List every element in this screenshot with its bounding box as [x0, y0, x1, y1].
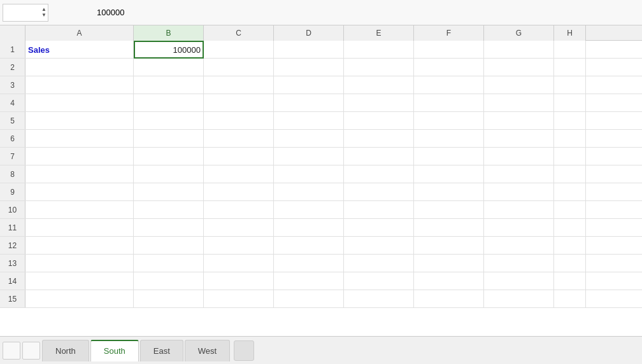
cell-F4[interactable] — [414, 94, 484, 112]
cell-G15[interactable] — [484, 290, 554, 308]
cell-G10[interactable] — [484, 201, 554, 219]
cell-E6[interactable] — [344, 130, 414, 148]
cell-G11[interactable] — [484, 219, 554, 237]
corner-cell[interactable] — [0, 25, 25, 41]
row-header-13[interactable]: 13 — [0, 255, 25, 272]
row-header-7[interactable]: 7 — [0, 148, 25, 165]
cell-H11[interactable] — [554, 219, 586, 237]
cell-E7[interactable] — [344, 148, 414, 165]
cell-D5[interactable] — [274, 112, 344, 130]
cell-C5[interactable] — [204, 112, 274, 130]
cell-D14[interactable] — [274, 272, 344, 290]
tab-nav-prev[interactable] — [3, 342, 20, 360]
row-header-14[interactable]: 14 — [0, 272, 25, 290]
cell-C3[interactable] — [204, 76, 274, 94]
cell-H14[interactable] — [554, 272, 586, 290]
cell-B15[interactable] — [134, 290, 204, 308]
add-sheet-button[interactable] — [234, 340, 254, 361]
cell-F6[interactable] — [414, 130, 484, 148]
formula-dropdown-button[interactable] — [624, 4, 639, 22]
cell-C8[interactable] — [204, 165, 274, 183]
cell-C9[interactable] — [204, 183, 274, 201]
cell-F5[interactable] — [414, 112, 484, 130]
cell-E2[interactable] — [344, 59, 414, 76]
cell-F2[interactable] — [414, 59, 484, 76]
cell-F3[interactable] — [414, 76, 484, 94]
cell-B4[interactable] — [134, 94, 204, 112]
cell-D8[interactable] — [274, 165, 344, 183]
sheet-tab-east[interactable]: East — [140, 340, 183, 361]
cell-G7[interactable] — [484, 148, 554, 165]
cell-A5[interactable] — [25, 112, 134, 130]
cell-D12[interactable] — [274, 237, 344, 255]
col-header-h[interactable]: H — [554, 25, 586, 41]
cell-H12[interactable] — [554, 237, 586, 255]
cell-G3[interactable] — [484, 76, 554, 94]
cell-H15[interactable] — [554, 290, 586, 308]
cell-E4[interactable] — [344, 94, 414, 112]
cell-D13[interactable] — [274, 255, 344, 272]
cell-G5[interactable] — [484, 112, 554, 130]
cell-A7[interactable] — [25, 148, 134, 165]
cell-A10[interactable] — [25, 201, 134, 219]
cell-ref-box[interactable]: ▲ ▼ — [3, 4, 48, 22]
cell-G6[interactable] — [484, 130, 554, 148]
cell-A12[interactable] — [25, 237, 134, 255]
cell-C11[interactable] — [204, 219, 274, 237]
cell-C10[interactable] — [204, 201, 274, 219]
cell-A4[interactable] — [25, 94, 134, 112]
cell-A3[interactable] — [25, 76, 134, 94]
cell-B3[interactable] — [134, 76, 204, 94]
cell-H10[interactable] — [554, 201, 586, 219]
cell-G14[interactable] — [484, 272, 554, 290]
cell-C1[interactable] — [204, 41, 274, 59]
row-header-9[interactable]: 9 — [0, 183, 25, 200]
cell-A6[interactable] — [25, 130, 134, 148]
cell-F10[interactable] — [414, 201, 484, 219]
cell-G2[interactable] — [484, 59, 554, 76]
cell-G13[interactable] — [484, 255, 554, 272]
cell-D10[interactable] — [274, 201, 344, 219]
cell-H3[interactable] — [554, 76, 586, 94]
cell-E1[interactable] — [344, 41, 414, 59]
cell-H1[interactable] — [554, 41, 586, 59]
cell-A9[interactable] — [25, 183, 134, 201]
cell-B1[interactable]: 100000 — [134, 41, 204, 59]
cell-D4[interactable] — [274, 94, 344, 112]
cell-E13[interactable] — [344, 255, 414, 272]
row-header-4[interactable]: 4 — [0, 94, 25, 111]
cell-E10[interactable] — [344, 201, 414, 219]
cell-D2[interactable] — [274, 59, 344, 76]
cell-H6[interactable] — [554, 130, 586, 148]
cell-F14[interactable] — [414, 272, 484, 290]
cell-E15[interactable] — [344, 290, 414, 308]
col-header-g[interactable]: G — [484, 25, 554, 41]
cell-H2[interactable] — [554, 59, 586, 76]
cell-C2[interactable] — [204, 59, 274, 76]
cell-H8[interactable] — [554, 165, 586, 183]
tab-nav-next[interactable] — [22, 342, 40, 360]
cell-A8[interactable] — [25, 165, 134, 183]
col-header-d[interactable]: D — [274, 25, 344, 41]
col-header-a[interactable]: A — [25, 25, 134, 41]
cell-H9[interactable] — [554, 183, 586, 201]
cell-H7[interactable] — [554, 148, 586, 165]
cell-B2[interactable] — [134, 59, 204, 76]
cell-B7[interactable] — [134, 148, 204, 165]
cell-A1[interactable]: Sales — [25, 41, 134, 59]
cell-F7[interactable] — [414, 148, 484, 165]
cell-E12[interactable] — [344, 237, 414, 255]
cell-D11[interactable] — [274, 219, 344, 237]
col-header-f[interactable]: F — [414, 25, 484, 41]
row-header-2[interactable]: 2 — [0, 59, 25, 76]
cell-C6[interactable] — [204, 130, 274, 148]
cell-A13[interactable] — [25, 255, 134, 272]
sheet-tab-south[interactable]: South — [90, 340, 139, 361]
cell-D7[interactable] — [274, 148, 344, 165]
cell-C7[interactable] — [204, 148, 274, 165]
cell-B6[interactable] — [134, 130, 204, 148]
cell-F15[interactable] — [414, 290, 484, 308]
cell-H4[interactable] — [554, 94, 586, 112]
cell-D1[interactable] — [274, 41, 344, 59]
cell-G8[interactable] — [484, 165, 554, 183]
